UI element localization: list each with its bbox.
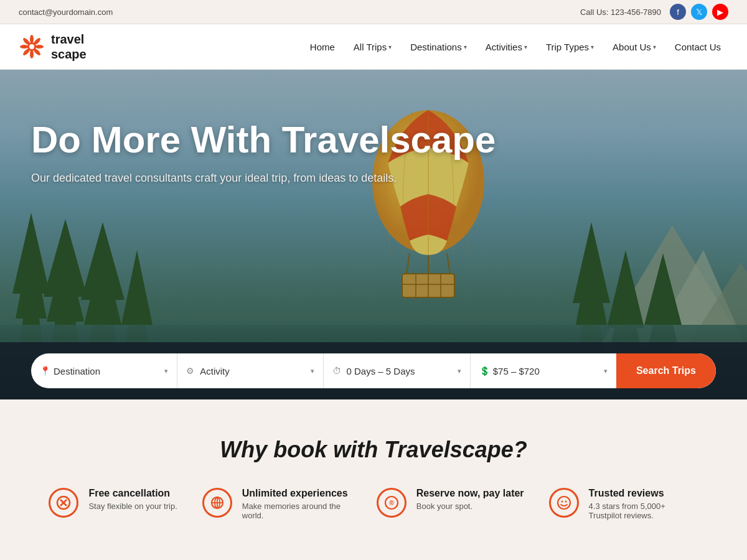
nav-destinations[interactable]: Destinations ▾ [403,38,474,56]
chevron-down-icon: ▾ [388,44,392,50]
why-item-desc: Make memories around the world. [242,502,352,520]
why-item-text: Trusted reviews 4.3 stars from 5,000+ Tr… [589,488,698,520]
duration-select[interactable]: 0 Days – 5 Days 6–10 Days 11–15 Days 16+… [324,353,469,388]
hero-subtitle: Our dedicated travel consultants craft y… [31,172,405,185]
phone: Call Us: 123-456-7890 [580,7,661,17]
reviews-icon [549,488,579,518]
svg-point-2 [35,45,44,49]
navbar: travel scape Home All Trips ▾ Destinatio… [0,24,747,70]
why-item-title: Free cancellation [88,488,177,499]
reserve-icon: ® [377,488,406,518]
destination-wrapper: 📍 Destination Europe Asia Americas Afric… [31,353,177,388]
svg-point-6 [20,45,29,49]
hero-title: Do More With Travelscape [31,119,716,161]
svg-point-4 [30,50,34,58]
why-title: Why book with Travelscape? [25,437,722,463]
search-bar: 📍 Destination Europe Asia Americas Afric… [31,353,716,388]
why-item-desc: 4.3 stars from 5,000+ Trustpilot reviews… [589,502,698,520]
search-bar-container: 📍 Destination Europe Asia Americas Afric… [0,342,747,399]
why-grid: Free cancellation Stay flexible on your … [31,488,716,520]
why-item-title: Trusted reviews [589,488,698,499]
logo-text: travel scape [51,32,87,62]
hero-section: Do More With Travelscape Our dedicated t… [0,70,747,399]
price-wrapper: 💲 $75 – $720 $100 – $500 $500 – $1000 $1… [471,353,616,388]
why-section: Why book with Travelscape? Free cancella… [0,399,747,558]
chevron-down-icon: ▾ [464,44,467,50]
svg-point-9 [29,44,34,49]
hero-content: Do More With Travelscape Our dedicated t… [0,70,747,185]
logo[interactable]: travel scape [19,32,87,62]
activity-select[interactable]: Activity Hiking Sailing Cycling Cultural [177,353,323,388]
nav-home[interactable]: Home [303,38,342,56]
why-item-text: Free cancellation Stay flexible on your … [88,488,177,511]
destination-select[interactable]: Destination Europe Asia Americas Africa [31,353,177,388]
facebook-icon[interactable]: f [670,4,686,20]
logo-icon [19,34,45,60]
price-select[interactable]: $75 – $720 $100 – $500 $500 – $1000 $100… [471,353,616,388]
email: contact@yourdomain.com [19,7,113,17]
chevron-down-icon: ▾ [591,44,594,50]
youtube-icon[interactable]: ▶ [712,4,728,20]
nav-activities[interactable]: Activities ▾ [478,38,535,56]
nav-trip-types[interactable]: Trip Types ▾ [538,38,601,56]
cancellation-icon [49,488,78,518]
svg-point-51 [561,501,563,503]
chevron-down-icon: ▾ [653,44,656,50]
nav-all-trips[interactable]: All Trips ▾ [346,38,399,56]
why-item-desc: Book your spot. [416,502,524,511]
why-item-title: Reserve now, pay later [416,488,524,499]
nav-contact-us[interactable]: Contact Us [667,38,728,56]
why-item-experiences: Unlimited experiences Make memories arou… [202,488,352,520]
chevron-down-icon: ▾ [524,44,527,50]
why-item-text: Unlimited experiences Make memories arou… [242,488,352,520]
social-links: f 𝕏 ▶ [670,4,728,20]
why-item-reserve: ® Reserve now, pay later Book your spot. [377,488,524,520]
duration-wrapper: ⏱ 0 Days – 5 Days 6–10 Days 11–15 Days 1… [324,353,470,388]
activity-wrapper: ⚙ Activity Hiking Sailing Cycling Cultur… [177,353,324,388]
search-trips-button[interactable]: Search Trips [616,353,716,388]
nav-links: Home All Trips ▾ Destinations ▾ Activiti… [303,38,728,56]
nav-about-us[interactable]: About Us ▾ [605,38,664,56]
experiences-icon [202,488,232,518]
svg-text:®: ® [389,499,394,506]
why-item-text: Reserve now, pay later Book your spot. [416,488,524,511]
top-bar: contact@yourdomain.com Call Us: 123-456-… [0,0,747,24]
twitter-icon[interactable]: 𝕏 [691,4,707,20]
svg-point-0 [30,35,34,44]
why-item-title: Unlimited experiences [242,488,352,499]
svg-point-52 [565,501,566,503]
why-item-reviews: Trusted reviews 4.3 stars from 5,000+ Tr… [549,488,698,520]
why-item-desc: Stay flexible on your trip. [88,502,177,511]
svg-point-50 [558,497,570,509]
why-item-cancellation: Free cancellation Stay flexible on your … [49,488,177,520]
